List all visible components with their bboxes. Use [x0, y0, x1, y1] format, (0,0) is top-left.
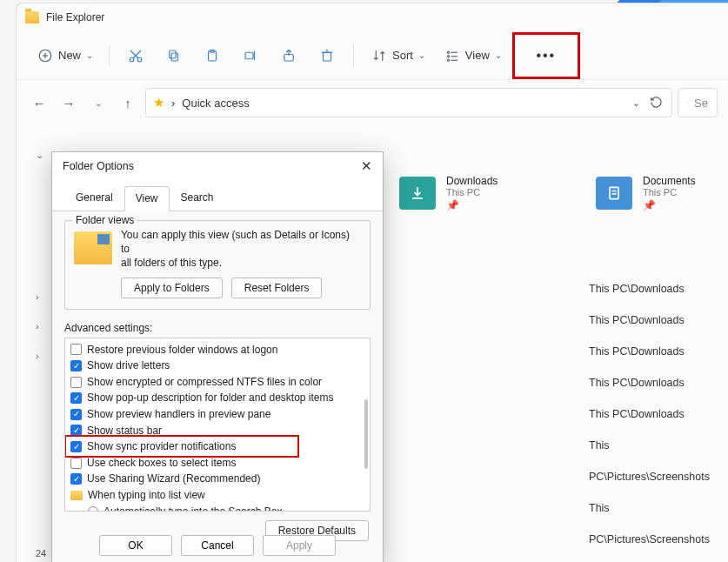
advanced-item[interactable]: ✓Show pop-up description for folder and …	[70, 390, 364, 406]
paste-button[interactable]	[195, 40, 230, 71]
svg-point-19	[447, 55, 449, 57]
list-item[interactable]: This PC\Pictures\Screenshots	[589, 492, 728, 555]
list-item[interactable]: This PC\Downloads	[589, 273, 728, 304]
advanced-item[interactable]: ✓Use Sharing Wizard (Recommended)	[70, 471, 364, 487]
copy-button[interactable]	[157, 40, 191, 71]
advanced-item[interactable]: Show encrypted or compressed NTFS files …	[70, 374, 364, 391]
item-label: Show encrypted or compressed NTFS files …	[87, 374, 322, 391]
dialog-titlebar[interactable]: Folder Options ✕	[52, 152, 383, 180]
search-input[interactable]: Se	[678, 88, 718, 117]
checkbox[interactable]: ✓	[70, 441, 82, 452]
tab-general[interactable]: General	[64, 185, 124, 211]
svg-point-23	[687, 102, 688, 103]
ok-button[interactable]: OK	[99, 535, 172, 556]
checkbox[interactable]: ✓	[70, 360, 82, 371]
checkbox[interactable]: ✓	[70, 473, 82, 485]
item-label: Use check boxes to select items	[87, 455, 236, 472]
cancel-button[interactable]: Cancel	[181, 535, 254, 556]
item-label: When typing into list view	[88, 487, 205, 504]
advanced-item[interactable]: ✓Show status bar	[70, 423, 364, 439]
apply-button[interactable]: Apply	[263, 535, 336, 556]
folder-options-dialog: Folder Options ✕ General View Search Fol…	[51, 151, 384, 562]
quick-item-documents[interactable]: Documents This PC 📌	[596, 175, 696, 211]
new-label: New	[58, 49, 81, 62]
address-row: ← → ⌄ ↑ ★ › Quick access ⌄ Se	[17, 80, 728, 125]
checkbox[interactable]	[70, 344, 82, 355]
scrollbar[interactable]	[364, 399, 368, 469]
item-label: Show status bar	[87, 423, 162, 439]
apply-to-folders-button[interactable]: Apply to Folders	[121, 278, 223, 298]
up-button[interactable]: ↑	[116, 90, 140, 115]
star-icon: ★	[153, 95, 164, 110]
delete-button[interactable]	[310, 40, 344, 71]
list-item[interactable]: This PC\Downloads	[589, 336, 728, 367]
tab-search[interactable]: Search	[170, 185, 225, 211]
cut-button[interactable]	[118, 40, 153, 71]
address-sep: ›	[171, 97, 175, 110]
advanced-label: Advanced settings:	[64, 322, 371, 334]
separator	[353, 45, 354, 66]
folder-views-group: Folder views You can apply this view (su…	[64, 220, 371, 310]
title-bar[interactable]: File Explorer	[17, 3, 728, 31]
view-button[interactable]: View ⌄	[436, 40, 509, 71]
close-button[interactable]: ✕	[361, 158, 372, 174]
documents-icon	[596, 177, 632, 210]
checkbox[interactable]	[70, 458, 82, 469]
reset-folders-button[interactable]: Reset Folders	[231, 278, 323, 298]
sort-button[interactable]: Sort ⌄	[363, 40, 432, 71]
dialog-title: Folder Options	[63, 160, 134, 172]
address-chevron-icon[interactable]: ⌄	[632, 97, 640, 109]
item-label: Show sync provider notifications	[87, 438, 236, 455]
folder-icon	[70, 491, 83, 500]
list-item[interactable]: This PC\Downloads	[589, 367, 728, 398]
list-item[interactable]: This PC\Downloads	[589, 304, 728, 336]
radio[interactable]	[88, 506, 98, 512]
advanced-item[interactable]: Restore previous folder windows at logon	[70, 342, 364, 358]
share-button[interactable]	[271, 40, 306, 71]
advanced-item[interactable]: When typing into list view	[70, 487, 364, 504]
svg-rect-11	[245, 52, 253, 59]
dialog-tabs: General View Search	[52, 180, 383, 211]
item-label: Show drive letters	[87, 358, 170, 374]
address-bar[interactable]: ★ › Quick access ⌄	[145, 88, 672, 117]
back-button[interactable]: ←	[27, 90, 51, 115]
window-title: File Explorer	[46, 11, 104, 23]
advanced-item[interactable]: ✓Show sync provider notifications	[70, 438, 364, 455]
folder-views-icon	[74, 231, 112, 264]
refresh-icon[interactable]	[650, 96, 663, 111]
list-item[interactable]: This PC\Pictures\Screenshots	[589, 430, 728, 492]
status-count: 24	[36, 548, 46, 559]
item-sub: This PC	[446, 187, 498, 197]
item-label: Use Sharing Wizard (Recommended)	[87, 471, 260, 487]
advanced-item[interactable]: ✓Show preview handlers in preview pane	[70, 406, 364, 423]
chevron-down-icon: ⌄	[495, 50, 502, 60]
advanced-item[interactable]: Automatically type into the Search Box	[70, 504, 364, 512]
sort-label: Sort	[392, 49, 413, 62]
search-placeholder: Se	[694, 97, 708, 110]
advanced-item[interactable]: Use check boxes to select items	[70, 455, 364, 472]
checkbox[interactable]: ✓	[70, 409, 82, 420]
downloads-icon	[399, 177, 436, 210]
more-button[interactable]: •••	[529, 40, 564, 71]
quick-item-downloads[interactable]: Downloads This PC 📌	[399, 175, 498, 211]
item-title: Downloads	[446, 175, 498, 187]
explorer-window: File Explorer New ⌄ Sort ⌄ View ⌄ ••• ←	[16, 3, 728, 562]
folder-icon	[25, 11, 39, 23]
list-item[interactable]: This PC\Downloads	[589, 555, 728, 562]
checkbox[interactable]	[70, 377, 82, 388]
advanced-settings-list[interactable]: Restore previous folder windows at logon…	[64, 338, 371, 512]
forward-button[interactable]: →	[57, 90, 81, 115]
rename-button[interactable]	[233, 40, 268, 71]
checkbox[interactable]: ✓	[70, 425, 82, 436]
address-path: Quick access	[182, 97, 249, 110]
new-button[interactable]: New ⌄	[29, 40, 100, 71]
more-button-highlight: •••	[512, 32, 580, 79]
list-item[interactable]: This PC\Downloads	[589, 398, 728, 430]
svg-point-21	[447, 59, 449, 61]
tab-view[interactable]: View	[124, 186, 170, 211]
chevron-down-icon: ⌄	[418, 50, 425, 60]
item-sub: This PC	[643, 187, 696, 197]
advanced-item[interactable]: ✓Show drive letters	[70, 358, 364, 374]
recent-button[interactable]: ⌄	[86, 90, 110, 115]
checkbox[interactable]: ✓	[70, 392, 82, 404]
